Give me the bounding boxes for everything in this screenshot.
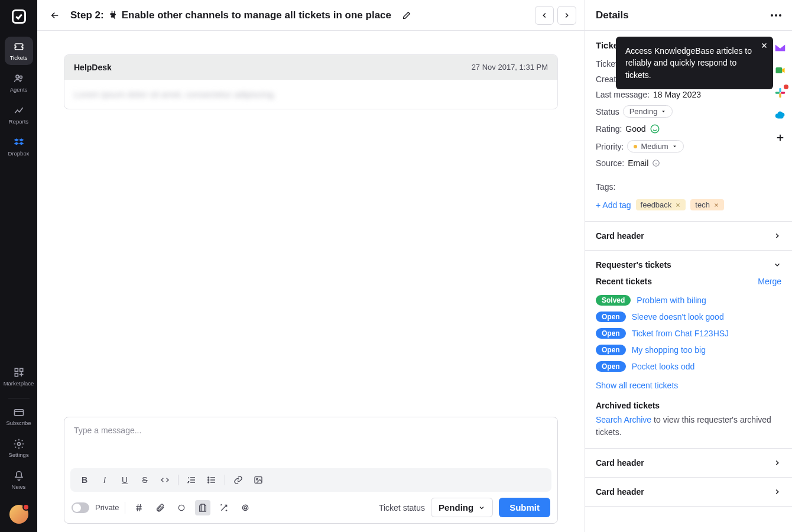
search-archive-link[interactable]: Search Archive <box>596 415 651 424</box>
show-all-link[interactable]: Show all recent tickets <box>596 381 678 390</box>
svg-rect-3 <box>15 368 18 371</box>
svg-rect-20 <box>779 93 781 98</box>
image-button[interactable] <box>250 472 267 488</box>
app-slack[interactable] <box>774 86 787 99</box>
app-logo <box>11 8 27 25</box>
nav-rail: Tickets Agents Reports Dropbox Marketpla… <box>0 0 37 532</box>
app-meet[interactable] <box>774 64 787 77</box>
chevron-down-icon <box>773 261 781 269</box>
plus-icon <box>775 132 785 143</box>
ticket-icon <box>13 41 25 53</box>
back-button[interactable] <box>46 6 64 25</box>
message-date: 27 Nov 2017, 1:31 PM <box>472 63 548 72</box>
ticket-row: Solved Problem with biling <box>596 292 781 309</box>
ordered-list-icon <box>187 475 196 485</box>
link-icon <box>233 475 243 485</box>
app-mail[interactable] <box>774 41 787 54</box>
close-tooltip-button[interactable] <box>760 41 768 50</box>
unordered-list-button[interactable] <box>203 472 220 488</box>
chevron-right-icon <box>773 488 781 496</box>
status-pill[interactable]: Pending <box>623 105 673 118</box>
svg-point-9 <box>208 479 209 481</box>
merge-button[interactable]: Merge <box>758 277 781 286</box>
message-input[interactable]: Type a message... <box>64 417 557 468</box>
page-title: Step 2: Enable other channels to manage … <box>70 9 391 21</box>
status-badge: Open <box>596 312 626 322</box>
priority-pill[interactable]: Medium <box>627 140 683 153</box>
bold-button[interactable]: B <box>76 472 93 488</box>
bell-icon <box>13 470 25 482</box>
close-icon <box>713 202 719 208</box>
code-button[interactable] <box>157 472 173 488</box>
circle-icon <box>177 503 186 512</box>
archived-title: Archived tickets <box>596 401 781 410</box>
chevron-left-icon <box>540 11 548 20</box>
app-salesforce[interactable] <box>774 109 787 122</box>
ticket-link[interactable]: Pocket looks odd <box>632 362 695 371</box>
private-toggle[interactable] <box>72 502 89 513</box>
attachment-button[interactable] <box>152 500 168 515</box>
canned-response-button[interactable] <box>131 500 147 515</box>
svg-point-7 <box>17 443 20 446</box>
close-icon <box>760 41 768 50</box>
nav-label: Settings <box>8 452 28 458</box>
ticket-link[interactable]: Ticket from Chat F123HSJ <box>632 329 729 338</box>
ticket-row: Open Sleeve doesn't look good <box>596 309 781 325</box>
remove-tag-button[interactable] <box>713 202 719 208</box>
code-icon <box>160 475 170 485</box>
nav-label: Dropbox <box>8 150 30 157</box>
svg-point-12 <box>257 478 258 480</box>
submit-button[interactable]: Submit <box>499 498 550 517</box>
nav-label: News <box>12 484 26 490</box>
marketplace-icon <box>13 366 25 378</box>
underline-button[interactable]: U <box>116 472 133 488</box>
strikethrough-button[interactable]: S <box>137 472 153 488</box>
ticket-link[interactable]: Sleeve doesn't look good <box>632 312 724 322</box>
nav-dropbox[interactable]: Dropbox <box>5 132 33 161</box>
chevron-right-icon <box>563 11 571 20</box>
italic-button[interactable]: I <box>96 472 113 488</box>
hash-icon <box>134 503 144 512</box>
divider <box>8 398 30 398</box>
card-header-section[interactable]: Card header <box>585 448 792 477</box>
ordered-list-button[interactable] <box>183 472 200 488</box>
ticket-link[interactable]: Problem with biling <box>637 296 706 305</box>
mention-button[interactable] <box>238 500 253 515</box>
nav-tickets[interactable]: Tickets <box>5 37 33 65</box>
card-header-section[interactable]: Card header <box>585 477 792 507</box>
ticket-link[interactable]: My shopping too big <box>632 345 706 355</box>
user-avatar[interactable] <box>9 505 28 524</box>
nav-subscribe[interactable]: Subscribe <box>5 402 33 430</box>
tag-chip: tech <box>690 199 724 210</box>
requesters-header[interactable]: Requester's tickets <box>596 260 781 270</box>
svg-point-13 <box>179 505 184 510</box>
add-tag-button[interactable]: + Add tag <box>596 200 631 210</box>
status-row: Status Pending <box>585 102 792 121</box>
nav-agents[interactable]: Agents <box>5 69 33 97</box>
nav-label: Marketplace <box>4 380 34 387</box>
ai-button[interactable] <box>216 500 232 515</box>
link-button[interactable] <box>230 472 246 488</box>
agents-icon <box>13 73 25 85</box>
svg-point-1 <box>16 75 19 78</box>
nav-marketplace[interactable]: Marketplace <box>5 362 33 391</box>
knowledge-button[interactable] <box>195 500 210 515</box>
svg-rect-18 <box>779 88 781 93</box>
message-body: Lorem ipsum dolor sit amet, consectetur … <box>64 80 557 109</box>
ticket-status-select[interactable]: Pending <box>431 498 493 517</box>
next-ticket-button[interactable] <box>557 6 576 25</box>
paperclip-icon <box>155 503 165 512</box>
status-badge: Solved <box>596 295 631 306</box>
prev-ticket-button[interactable] <box>535 6 554 25</box>
remove-tag-button[interactable] <box>675 202 681 208</box>
nav-reports[interactable]: Reports <box>5 100 33 129</box>
message-from: HelpDesk <box>74 63 112 72</box>
record-button[interactable] <box>174 500 189 515</box>
add-app-button[interactable] <box>774 131 787 144</box>
svg-rect-19 <box>775 92 780 93</box>
edit-title-button[interactable] <box>397 6 416 25</box>
nav-settings[interactable]: Settings <box>5 434 33 462</box>
nav-news[interactable]: News <box>5 466 33 494</box>
ticket-status-label: Ticket status <box>379 503 425 512</box>
card-header-section[interactable]: Card header <box>585 221 792 250</box>
